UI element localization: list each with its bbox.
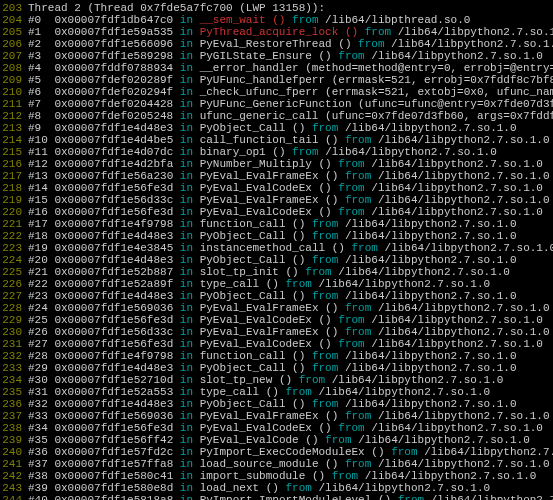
frame-address: 0x00007fdf1db647c0 <box>54 14 173 26</box>
stack-function: PyObject_Call () <box>200 398 306 410</box>
line-number: 214 <box>0 134 26 146</box>
stack-source: /lib64/libpython2.7.so.1.0 <box>371 50 543 62</box>
from-keyword: from <box>338 314 364 326</box>
frame-number: #32 <box>28 398 48 410</box>
in-keyword: in <box>180 98 193 110</box>
frame-address: 0x00007fdf1e569036 <box>54 302 173 314</box>
frame-address: 0x00007fdf1e57ffa8 <box>54 458 173 470</box>
code-line: #16 0x00007fdf1e56fe3d in PyEval_EvalCod… <box>28 206 553 218</box>
from-keyword: from <box>332 470 358 482</box>
line-number: 229 <box>0 314 26 326</box>
in-keyword: in <box>180 338 193 350</box>
stack-source: /lib64/libpython2.7.so.1.0 <box>371 338 543 350</box>
line-number: 219 <box>0 194 26 206</box>
in-keyword: in <box>180 410 193 422</box>
frame-number: #2 <box>28 38 41 50</box>
stack-function: import_submodule () <box>200 470 325 482</box>
in-keyword: in <box>180 38 193 50</box>
stack-function: PyObject_Call () <box>200 290 306 302</box>
frame-number: #8 <box>28 110 41 122</box>
stack-source: /lib64/libpython2.7.so.1.0 <box>371 158 543 170</box>
line-number: 220 <box>0 206 26 218</box>
frame-address: 0x00007fdf1e57fd2c <box>54 446 173 458</box>
line-number: 236 <box>0 398 26 410</box>
code-line: #11 0x00007fdf1e4d07dc in binary_op1 () … <box>28 146 553 158</box>
code-line: #30 0x00007fdf1e52710d in slot_tp_new ()… <box>28 374 553 386</box>
frame-number: #16 <box>28 206 48 218</box>
code-line: #35 0x00007fdf1e56ff42 in PyEval_EvalCod… <box>28 434 553 446</box>
frame-address: 0x00007fdf1e569036 <box>54 410 173 422</box>
frame-number: #21 <box>28 266 48 278</box>
stack-source: /lib64/libpython2.7.so.1.0 <box>345 122 517 134</box>
frame-address: 0x00007fdef0205248 <box>54 110 173 122</box>
code-line: #2 0x00007fdf1e566096 in PyEval_RestoreT… <box>28 38 553 50</box>
stack-function: type_call () <box>200 278 279 290</box>
stack-source: /lib64/libpython2.7.so.1.0 <box>345 362 517 374</box>
frame-number: #4 <box>28 62 41 74</box>
line-number: 243 <box>0 482 26 494</box>
stack-source: /lib64/libpython2.7.so.1.0 <box>319 482 491 494</box>
from-keyword: from <box>345 410 371 422</box>
from-keyword: from <box>292 146 318 158</box>
from-keyword: from <box>312 122 338 134</box>
stack-source: /lib64/libpython2.7.so.1.0 <box>325 146 497 158</box>
frame-number: #14 <box>28 182 48 194</box>
frame-address: 0x00007fdf1e4f9798 <box>54 218 173 230</box>
in-keyword: in <box>180 278 193 290</box>
stack-source: /lib64/libpython2.7.so.1.0 <box>378 458 550 470</box>
from-keyword: from <box>312 398 338 410</box>
line-number: 228 <box>0 302 26 314</box>
frame-number: #39 <box>28 482 48 494</box>
in-keyword: in <box>180 314 193 326</box>
stack-function: function_call () <box>200 350 306 362</box>
in-keyword: in <box>180 434 193 446</box>
stack-source: /lib64/libpython2.7.so.1.0 <box>358 434 530 446</box>
frame-address: 0x00007fdef020289f <box>54 74 173 86</box>
from-keyword: from <box>312 218 338 230</box>
frame-number: #37 <box>28 458 48 470</box>
stack-function: PyEval_EvalCodeEx () <box>200 182 332 194</box>
frame-number: #24 <box>28 302 48 314</box>
code-line: #28 0x00007fdf1e4f9798 in function_call … <box>28 350 553 362</box>
frame-number: #40 <box>28 494 48 500</box>
stack-function-highlight: __sem_wait () <box>200 14 286 26</box>
code-line: #0 0x00007fdf1db647c0 in __sem_wait () f… <box>28 14 553 26</box>
line-number: 234 <box>0 374 26 386</box>
from-keyword: from <box>286 482 312 494</box>
in-keyword: in <box>180 122 193 134</box>
code-line: #17 0x00007fdf1e4f9798 in function_call … <box>28 218 553 230</box>
frame-address: 0x00007fdf1e4e3845 <box>54 242 173 254</box>
stack-source: /lib64/libpython2.7.so.1.0 <box>371 206 543 218</box>
in-keyword: in <box>180 290 193 302</box>
stack-source: /lib64/libpython2.7.so.1.0 <box>378 170 550 182</box>
frame-address: 0x00007fdf1e56fe3d <box>54 182 173 194</box>
frame-address: 0x00007fdf1e56fe3d <box>54 422 173 434</box>
code-line: #7 0x00007fdef0204428 in PyUFunc_Generic… <box>28 98 553 110</box>
stack-source: /lib64/libpython2.7.so.1.0 <box>319 386 491 398</box>
from-keyword: from <box>338 50 364 62</box>
frame-number: #22 <box>28 278 48 290</box>
frame-number: #31 <box>28 386 48 398</box>
frame-number: #12 <box>28 158 48 170</box>
from-keyword: from <box>345 326 371 338</box>
frame-address: 0x00007fdf1e56ff42 <box>54 434 173 446</box>
in-keyword: in <box>180 446 193 458</box>
stack-function: PyEval_EvalCodeEx () <box>200 206 332 218</box>
in-keyword: in <box>180 50 193 62</box>
stack-source: /lib64/libpython2.7.so.1.0 <box>371 182 543 194</box>
frame-address: 0x00007fdf1e4d07dc <box>54 146 173 158</box>
code-line: #15 0x00007fdf1e56d33c in PyEval_EvalFra… <box>28 194 553 206</box>
code-line: #40 0x00007fdf1e5818a8 in PyImport_Impor… <box>28 494 553 500</box>
frame-address: 0x00007fdf1e56d33c <box>54 194 173 206</box>
frame-number: #9 <box>28 122 41 134</box>
line-number: 239 <box>0 434 26 446</box>
frame-number: #10 <box>28 134 48 146</box>
in-keyword: in <box>180 266 193 278</box>
stack-source: /lib64/libpython2.7.so.1.0 <box>378 134 550 146</box>
stack-source: /lib64/libpython2.7.so.1.0 <box>319 278 491 290</box>
stack-source: /lib64/libpython2.7.so.1.0 <box>378 302 550 314</box>
stack-source: /lib64/libpython2.7.so.1.0 <box>365 470 537 482</box>
stack-function: __error_handler (method=method@entry=0, … <box>200 62 553 74</box>
code-line: #39 0x00007fdf1e580e8d in load_next () f… <box>28 482 553 494</box>
code-line: #33 0x00007fdf1e569036 in PyEval_EvalFra… <box>28 410 553 422</box>
